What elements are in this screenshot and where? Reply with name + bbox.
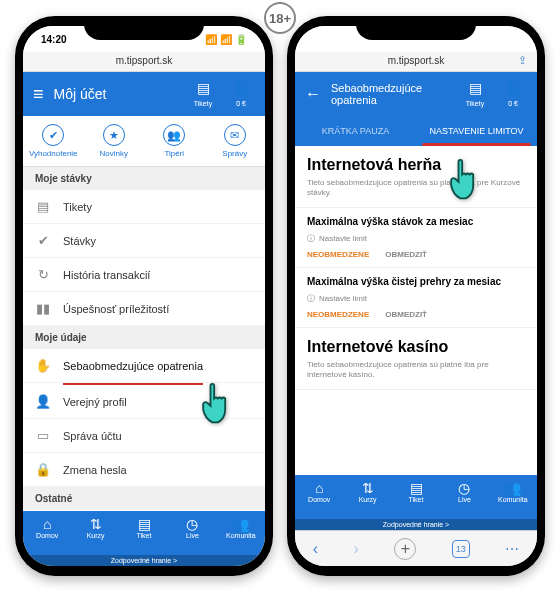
app-header: ≡ Môj účet ▤Tikety 👤0 €: [23, 72, 265, 116]
lock-icon: 🔒: [35, 462, 51, 477]
back-icon[interactable]: ←: [305, 85, 321, 103]
bottom-nav: ⌂Domov ⇅Kurzy ▤Tiket ◷Live 👥Komunita: [23, 511, 265, 555]
share-icon[interactable]: ⇪: [518, 54, 527, 67]
tickets-button[interactable]: ▤Tikety: [461, 80, 489, 108]
url-bar: m.tipsport.sk ⇪: [295, 52, 537, 72]
nav-live[interactable]: ◷Live: [168, 511, 216, 555]
card-icon: ▭: [35, 428, 51, 443]
page-title: Môj účet: [54, 86, 179, 102]
url-text: m.tipsport.sk: [388, 55, 445, 66]
phone-right: m.tipsport.sk ⇪ ← Sebaobmedzujúce opatre…: [287, 16, 545, 576]
tabs-count[interactable]: 13: [452, 540, 470, 558]
row-label: Správa účtu: [63, 430, 122, 442]
content-area: Moje stávky ▤Tikety ✔Stávky ↻História tr…: [23, 167, 265, 511]
action-obmedzit[interactable]: OBMEDZIŤ: [385, 310, 427, 319]
safari-toolbar: ‹ › + 13 ⋯: [295, 530, 537, 566]
footer-link[interactable]: Zodpovedné hranie >: [23, 555, 265, 566]
content-area: Internetová herňa Tieto sebaobmedzujúce …: [295, 146, 537, 475]
account-balance[interactable]: 👤0 €: [227, 80, 255, 108]
row-label: Verejný profil: [63, 396, 127, 408]
action-obmedzit[interactable]: OBMEDZIŤ: [385, 250, 427, 259]
check-icon: ✔: [35, 233, 51, 248]
row-zmena-hesla[interactable]: 🔒Zmena hesla: [23, 453, 265, 487]
limit-prehra-mesiac: Maximálna výška čistej prehry za mesiac …: [295, 268, 537, 328]
row-label: História transakcií: [63, 269, 150, 281]
hand-icon: ✋: [35, 358, 51, 373]
row-tikety[interactable]: ▤Tikety: [23, 190, 265, 224]
row-label: Úspešnosť príležitostí: [63, 303, 169, 315]
qtab-novinky[interactable]: ★Novinky: [84, 116, 145, 166]
menu-icon[interactable]: ≡: [33, 84, 44, 105]
bottom-nav: ⌂Domov ⇅Kurzy ▤Tiket ◷Live 👥Komunita: [295, 475, 537, 519]
section-moje-stavky: Moje stávky: [23, 167, 265, 190]
section-subtitle: Tieto sebaobmedzujúce opatrenia sú platn…: [295, 178, 537, 208]
nav-live[interactable]: ◷Live: [440, 475, 488, 519]
limit-title: Maximálna výška stávok za mesiac: [307, 216, 525, 227]
new-tab-icon[interactable]: +: [394, 538, 416, 560]
qtab-spravy[interactable]: ✉Správy: [205, 116, 266, 166]
tab-nastavenie-limitov[interactable]: NASTAVENIE LIMITOV: [416, 116, 537, 146]
row-label: Tikety: [63, 201, 92, 213]
nav-tiket[interactable]: ▤Tiket: [392, 475, 440, 519]
section-title: Internetové kasíno: [295, 328, 537, 360]
app-header: ← Sebaobmedzujúce opatrenia ▤Tikety 👤0 €: [295, 72, 537, 116]
tab-kratka-pauza[interactable]: KRÁTKA PAUZA: [295, 116, 416, 146]
status-time: 14:20: [41, 34, 67, 45]
row-historia[interactable]: ↻História transakcií: [23, 258, 265, 292]
row-label: Stávky: [63, 235, 96, 247]
qtab-vyhodnotenie[interactable]: ✔Vyhodnotenie: [23, 116, 84, 166]
action-neobmedzene[interactable]: NEOBMEDZENE: [307, 310, 369, 319]
account-balance[interactable]: 👤0 €: [499, 80, 527, 108]
row-verejny-profil[interactable]: 👤Verejný profil: [23, 385, 265, 419]
qtab-tiperi[interactable]: 👥Tipéri: [144, 116, 205, 166]
phone-left: 14:20 📶 📶 🔋 m.tipsport.sk ≡ Môj účet ▤Ti…: [15, 16, 273, 576]
limit-hint: ⓘNastavte limit: [307, 233, 525, 244]
nav-domov[interactable]: ⌂Domov: [295, 475, 343, 519]
ticket-icon: ▤: [35, 199, 51, 214]
user-icon: 👤: [35, 394, 51, 409]
stats-icon: ▮▮: [35, 301, 51, 316]
tab-label: NASTAVENIE LIMITOV: [429, 126, 523, 136]
action-neobmedzene[interactable]: NEOBMEDZENE: [307, 250, 369, 259]
footer-link[interactable]: Zodpovedné hranie >: [295, 519, 537, 530]
url-text: m.tipsport.sk: [116, 55, 173, 66]
limit-hint: ⓘNastavte limit: [307, 293, 525, 304]
section-moje-udaje: Moje údaje: [23, 326, 265, 349]
row-label: Zmena hesla: [63, 464, 127, 476]
limit-stavky-mesiac: Maximálna výška stávok za mesiac ⓘNastav…: [295, 208, 537, 268]
nav-domov[interactable]: ⌂Domov: [23, 511, 71, 555]
back-icon[interactable]: ‹: [313, 540, 318, 558]
section-title: Internetová herňa: [295, 146, 537, 178]
help-icon[interactable]: ⓘ: [307, 293, 315, 304]
tabs: KRÁTKA PAUZA NASTAVENIE LIMITOV: [295, 116, 537, 146]
url-bar: m.tipsport.sk: [23, 52, 265, 72]
forward-icon[interactable]: ›: [354, 540, 359, 558]
nav-kurzy[interactable]: ⇅Kurzy: [71, 511, 119, 555]
age-badge: 18+: [264, 2, 296, 34]
nav-komunita[interactable]: 👥Komunita: [489, 475, 537, 519]
history-icon: ↻: [35, 267, 51, 282]
quick-tabs: ✔Vyhodnotenie ★Novinky 👥Tipéri ✉Správy: [23, 116, 265, 167]
help-icon[interactable]: ⓘ: [307, 233, 315, 244]
row-stavky[interactable]: ✔Stávky: [23, 224, 265, 258]
nav-kurzy[interactable]: ⇅Kurzy: [343, 475, 391, 519]
limit-title: Maximálna výška čistej prehry za mesiac: [307, 276, 525, 287]
menu-icon[interactable]: ⋯: [505, 541, 519, 557]
nav-komunita[interactable]: 👥Komunita: [217, 511, 265, 555]
section-ostatne: Ostatné: [23, 487, 265, 510]
nav-tiket[interactable]: ▤Tiket: [120, 511, 168, 555]
tickets-button[interactable]: ▤Tikety: [189, 80, 217, 108]
row-uspesnost[interactable]: ▮▮Úspešnosť príležitostí: [23, 292, 265, 326]
page-title: Sebaobmedzujúce opatrenia: [331, 82, 451, 106]
status-icons: 📶 📶 🔋: [205, 34, 247, 45]
row-sprava-uctu[interactable]: ▭Správa účtu: [23, 419, 265, 453]
section-subtitle: Tieto sebaobmedzujúce opatrenia sú platn…: [295, 360, 537, 390]
row-label: Sebaobmedzujúce opatrenia: [63, 360, 203, 372]
row-sebaobmedzujuce[interactable]: ✋Sebaobmedzujúce opatrenia: [23, 349, 265, 383]
